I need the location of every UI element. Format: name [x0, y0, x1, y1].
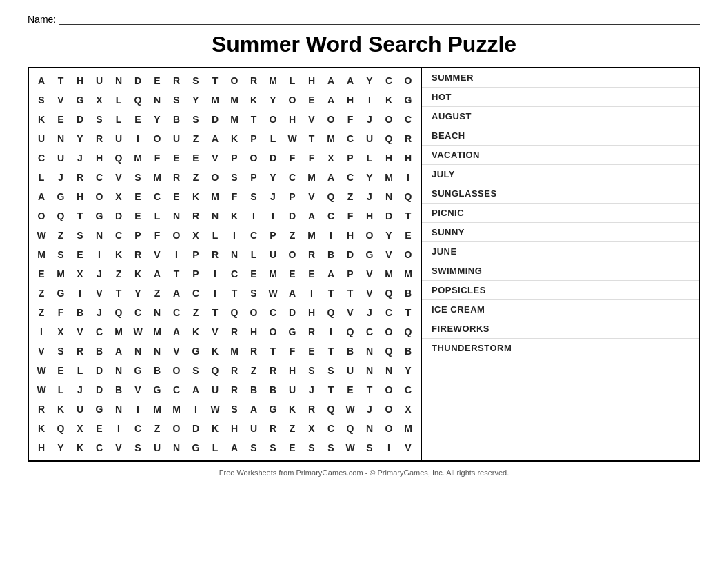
grid-cell: F — [148, 148, 167, 168]
grid-cell: C — [398, 380, 418, 399]
grid-cell: R — [302, 399, 321, 419]
grid-cell: P — [341, 264, 360, 284]
grid-cell: E — [283, 438, 302, 457]
grid-cell: N — [360, 361, 379, 380]
grid-cell: V — [205, 148, 225, 168]
grid-cell: Q — [128, 90, 148, 110]
grid-cell: Y — [379, 226, 398, 245]
grid-cell: T — [321, 284, 341, 303]
grid-cell: S — [51, 342, 70, 361]
grid-cell: C — [167, 303, 186, 322]
grid-cell: I — [186, 399, 205, 419]
grid-cell: O — [32, 206, 51, 226]
grid-cell: Z — [186, 303, 205, 322]
grid-cell: V — [167, 342, 186, 361]
grid-cell: K — [186, 187, 205, 206]
grid-cell: L — [283, 71, 302, 90]
grid-cell: D — [205, 110, 225, 129]
grid-cell: E — [398, 226, 418, 245]
grid-cell: M — [398, 419, 418, 438]
word-list-item: FIREWORKS — [422, 319, 699, 339]
grid-cell: E — [90, 419, 109, 438]
grid-cell: R — [302, 322, 321, 342]
grid-cell: T — [398, 206, 418, 226]
grid-cell: H — [302, 71, 321, 90]
grid-cell: U — [283, 380, 302, 399]
word-list-item: JULY — [422, 165, 699, 184]
grid-cell: H — [398, 148, 418, 168]
grid-cell: P — [186, 245, 205, 264]
grid-cell: O — [90, 187, 109, 206]
grid-cell: C — [263, 303, 283, 322]
grid-cell: B — [167, 110, 186, 129]
grid-cell: I — [90, 245, 109, 264]
grid-cell: M — [128, 148, 148, 168]
grid-cell: Q — [205, 361, 225, 380]
word-list-section: SUMMERHOTAUGUSTBEACHVACATIONJULYSUNGLASS… — [422, 68, 699, 460]
grid-cell: I — [128, 129, 148, 148]
grid-cell: J — [70, 148, 90, 168]
grid-cell: R — [90, 129, 109, 148]
grid-cell: N — [379, 361, 398, 380]
grid-cell: T — [263, 342, 283, 361]
grid-cell: F — [283, 342, 302, 361]
grid-cell: I — [302, 284, 321, 303]
grid-cell: S — [225, 399, 244, 419]
grid-cell: U — [70, 399, 90, 419]
grid-cell: T — [109, 284, 128, 303]
puzzle-container: ATHUNDERSTORMLHAAYCOSVGXLQNSYMMKYOEAHIKG… — [28, 67, 700, 462]
grid-cell: D — [341, 245, 360, 264]
word-list-item: THUNDERSTORM — [422, 339, 699, 357]
grid-cell: M — [167, 399, 186, 419]
grid-cell: D — [128, 71, 148, 90]
grid-cell: I — [398, 168, 418, 187]
grid-cell: I — [360, 90, 379, 110]
grid-cell: E — [167, 148, 186, 168]
grid-cell: E — [148, 71, 167, 90]
grid-cell: E — [128, 187, 148, 206]
grid-cell: A — [167, 284, 186, 303]
grid-cell: M — [302, 226, 321, 245]
grid-cell: N — [205, 206, 225, 226]
grid-cell: W — [32, 380, 51, 399]
grid-cell: O — [379, 380, 398, 399]
grid-cell: N — [379, 187, 398, 206]
grid-cell: B — [398, 284, 418, 303]
grid-cell: T — [341, 284, 360, 303]
grid-cell: D — [70, 110, 90, 129]
grid-cell: G — [186, 438, 205, 457]
grid-cell: R — [263, 361, 283, 380]
grid-cell: O — [398, 245, 418, 264]
grid-cell: Z — [109, 264, 128, 284]
grid-cell: O — [321, 110, 341, 129]
grid-cell: U — [263, 245, 283, 264]
grid-cell: S — [360, 438, 379, 457]
grid-cell: E — [128, 206, 148, 226]
grid-cell: G — [90, 206, 109, 226]
grid-cell: X — [398, 399, 418, 419]
grid-cell: B — [263, 380, 283, 399]
grid-cell: U — [360, 129, 379, 148]
grid-cell: G — [90, 399, 109, 419]
grid-cell: M — [148, 168, 167, 187]
grid-cell: L — [51, 380, 70, 399]
grid-cell: K — [205, 419, 225, 438]
grid-cell: E — [302, 264, 321, 284]
grid-cell: A — [244, 399, 263, 419]
grid-cell: V — [302, 110, 321, 129]
grid-cell: L — [109, 90, 128, 110]
grid-cell: M — [225, 110, 244, 129]
grid-cell: Q — [109, 303, 128, 322]
grid-cell: C — [341, 168, 360, 187]
grid-cell: Z — [148, 419, 167, 438]
grid-cell: O — [283, 245, 302, 264]
grid-cell: J — [263, 187, 283, 206]
name-underline — [59, 14, 700, 25]
grid-cell: F — [341, 110, 360, 129]
grid-cell: C — [128, 419, 148, 438]
grid-cell: C — [379, 303, 398, 322]
grid-cell: S — [186, 361, 205, 380]
grid-cell: U — [167, 129, 186, 148]
grid-cell: E — [128, 110, 148, 129]
grid-cell: N — [360, 419, 379, 438]
